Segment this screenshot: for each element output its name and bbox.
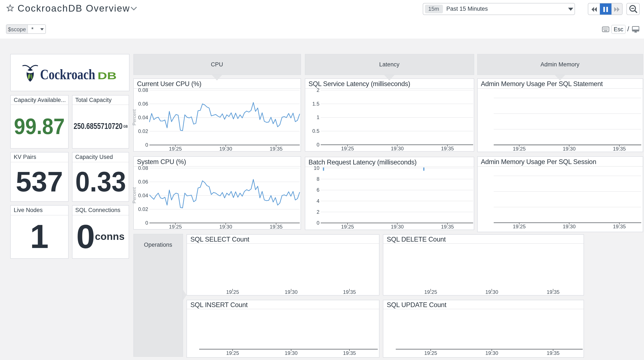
svg-text:Percent: Percent xyxy=(132,187,137,203)
svg-text:8: 8 xyxy=(316,176,319,182)
svg-text:19:25: 19:25 xyxy=(424,350,437,356)
svg-text:19:25: 19:25 xyxy=(169,224,182,229)
svg-text:0.02: 0.02 xyxy=(138,128,148,134)
svg-text:6: 6 xyxy=(316,187,319,193)
svg-text:0: 0 xyxy=(145,220,148,226)
svg-text:0.06: 0.06 xyxy=(138,101,148,107)
svg-text:2: 2 xyxy=(316,209,319,215)
svg-text:0: 0 xyxy=(316,142,319,148)
svg-text:19:25: 19:25 xyxy=(226,289,239,295)
svg-text:4: 4 xyxy=(316,198,319,204)
svg-text:19:35: 19:35 xyxy=(270,146,282,152)
svg-text:19:25: 19:25 xyxy=(169,146,182,152)
svg-text:19:35: 19:35 xyxy=(547,350,560,356)
svg-text:0.04: 0.04 xyxy=(138,192,148,198)
svg-text:19:30: 19:30 xyxy=(390,146,404,151)
svg-text:0.02: 0.02 xyxy=(138,206,148,212)
svg-text:19:35: 19:35 xyxy=(613,146,626,152)
svg-text:19:35: 19:35 xyxy=(613,223,626,229)
svg-text:Cockroach: Cockroach xyxy=(40,66,95,82)
svg-text:19:25: 19:25 xyxy=(512,146,526,152)
svg-text:19:35: 19:35 xyxy=(343,350,356,356)
svg-text:19:30: 19:30 xyxy=(285,350,298,356)
svg-text:19:35: 19:35 xyxy=(343,289,356,295)
svg-text:0.06: 0.06 xyxy=(138,179,148,184)
svg-text:19:35: 19:35 xyxy=(547,289,560,295)
svg-text:2: 2 xyxy=(316,87,319,93)
svg-text:Percent: Percent xyxy=(132,109,137,125)
svg-text:1.5: 1.5 xyxy=(312,101,319,107)
svg-text:0: 0 xyxy=(145,142,148,148)
svg-text:0.08: 0.08 xyxy=(138,87,148,93)
svg-text:0: 0 xyxy=(316,220,319,226)
svg-text:DB: DB xyxy=(98,70,116,81)
svg-text:19:25: 19:25 xyxy=(341,146,354,151)
svg-text:0.5: 0.5 xyxy=(312,128,319,134)
svg-text:0.04: 0.04 xyxy=(138,115,148,120)
svg-text:19:30: 19:30 xyxy=(485,350,498,356)
svg-text:19:35: 19:35 xyxy=(270,224,282,229)
svg-text:19:30: 19:30 xyxy=(285,289,298,295)
svg-text:19:30: 19:30 xyxy=(219,224,232,229)
svg-text:19:35: 19:35 xyxy=(441,224,454,229)
svg-text:19:25: 19:25 xyxy=(512,223,526,229)
svg-text:19:30: 19:30 xyxy=(219,146,232,152)
svg-text:19:30: 19:30 xyxy=(390,224,404,229)
svg-text:19:25: 19:25 xyxy=(424,289,437,295)
svg-text:0.08: 0.08 xyxy=(138,165,148,171)
svg-text:19:25: 19:25 xyxy=(341,224,354,229)
svg-text:1: 1 xyxy=(316,114,319,120)
svg-text:19:30: 19:30 xyxy=(562,223,576,229)
svg-text:19:30: 19:30 xyxy=(562,146,576,152)
svg-text:19:25: 19:25 xyxy=(226,350,239,356)
svg-text:10: 10 xyxy=(314,165,319,171)
svg-text:19:35: 19:35 xyxy=(441,146,454,151)
svg-text:19:30: 19:30 xyxy=(485,289,498,295)
